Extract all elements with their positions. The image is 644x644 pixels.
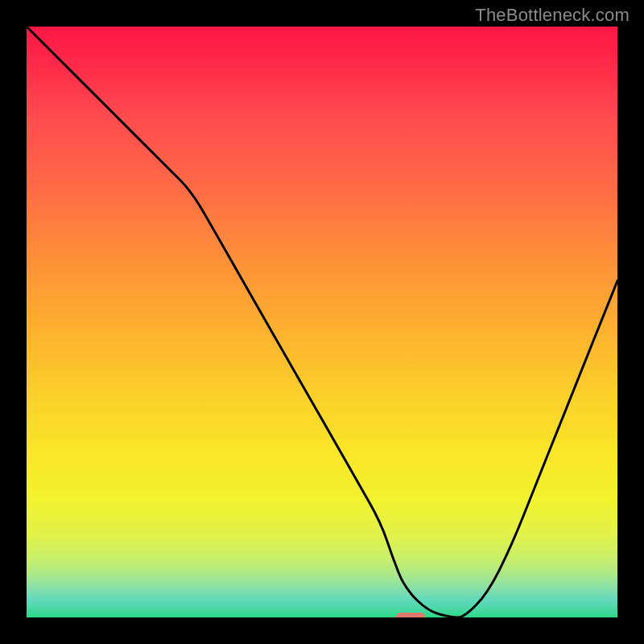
gradient-plot-area — [27, 27, 617, 617]
watermark-text: TheBottleneck.com — [475, 5, 630, 26]
chart-frame: TheBottleneck.com — [0, 0, 644, 644]
